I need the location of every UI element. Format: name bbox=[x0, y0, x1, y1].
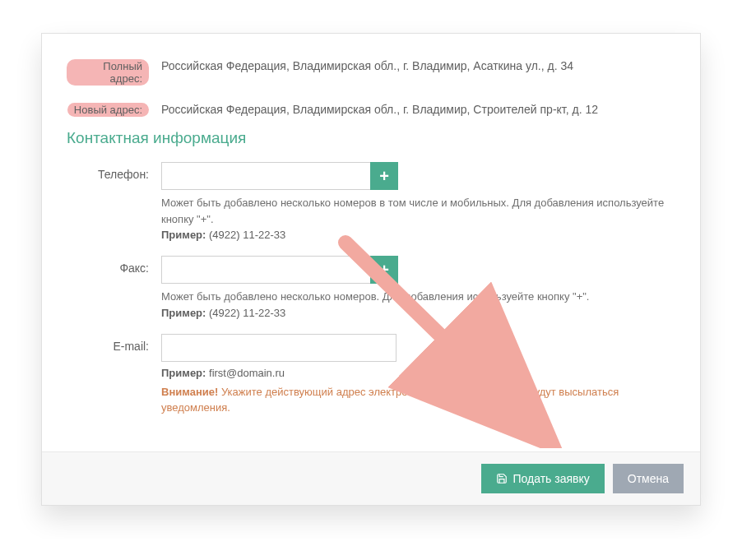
save-icon bbox=[496, 473, 508, 484]
contact-section-title: Контактная информация bbox=[67, 129, 675, 147]
new-address-value: Российская Федерация, Владимирская обл.,… bbox=[161, 98, 675, 117]
new-address-label: Новый адрес: bbox=[67, 103, 149, 117]
fax-example: Пример: (4922) 11-22-33 bbox=[161, 307, 675, 319]
fax-input-line: + bbox=[161, 256, 675, 284]
email-warn-label: Внимание! bbox=[161, 386, 218, 398]
email-area: Пример: first@domain.ru Внимание! Укажит… bbox=[161, 334, 675, 416]
phone-example-value: (4922) 11-22-33 bbox=[209, 229, 285, 241]
submit-button-label: Подать заявку bbox=[512, 472, 589, 485]
form-panel: Полный адрес: Российская Федерация, Влад… bbox=[41, 33, 701, 506]
fax-help: Может быть добавлено несколько номеров. … bbox=[161, 289, 675, 305]
email-example-label: Пример: bbox=[161, 367, 206, 379]
full-address-label: Полный адрес: bbox=[67, 59, 149, 86]
phone-area: + Может быть добавлено несколько номеров… bbox=[161, 162, 675, 241]
full-address-label-col: Полный адрес: bbox=[67, 54, 161, 86]
phone-input[interactable] bbox=[161, 162, 371, 190]
new-address-label-col: Новый адрес: bbox=[67, 98, 161, 117]
email-example-value: first@domain.ru bbox=[209, 367, 285, 379]
plus-icon: + bbox=[379, 261, 389, 278]
email-row: E-mail: Пример: first@domain.ru Внимание… bbox=[67, 334, 675, 416]
email-label: E-mail: bbox=[67, 334, 161, 416]
email-input[interactable] bbox=[161, 334, 397, 362]
submit-button[interactable]: Подать заявку bbox=[481, 464, 604, 493]
fax-row: Факс: + Может быть добавлено несколько н… bbox=[67, 256, 675, 319]
phone-add-button[interactable]: + bbox=[370, 162, 398, 190]
phone-example: Пример: (4922) 11-22-33 bbox=[161, 229, 675, 241]
form-content: Полный адрес: Российская Федерация, Влад… bbox=[42, 34, 700, 451]
email-warning: Внимание! Укажите действующий адрес элек… bbox=[161, 384, 675, 416]
cancel-button-label: Отмена bbox=[628, 472, 669, 485]
fax-input[interactable] bbox=[161, 256, 371, 284]
email-input-line bbox=[161, 334, 675, 362]
new-address-row: Новый адрес: Российская Федерация, Влади… bbox=[67, 98, 675, 117]
phone-label: Телефон: bbox=[67, 162, 161, 241]
fax-example-value: (4922) 11-22-33 bbox=[209, 307, 285, 319]
phone-example-label: Пример: bbox=[161, 229, 206, 241]
full-address-value: Российская Федерация, Владимирская обл.,… bbox=[161, 54, 675, 86]
fax-add-button[interactable]: + bbox=[370, 256, 398, 284]
cancel-button[interactable]: Отмена bbox=[613, 464, 684, 493]
fax-example-label: Пример: bbox=[161, 307, 206, 319]
phone-help: Может быть добавлено несколько номеров в… bbox=[161, 195, 675, 227]
form-footer: Подать заявку Отмена bbox=[42, 451, 700, 505]
full-address-row: Полный адрес: Российская Федерация, Влад… bbox=[67, 54, 675, 86]
email-warn-text: Укажите действующий адрес электронной по… bbox=[161, 386, 619, 414]
phone-row: Телефон: + Может быть добавлено нескольк… bbox=[67, 162, 675, 241]
fax-area: + Может быть добавлено несколько номеров… bbox=[161, 256, 675, 319]
plus-icon: + bbox=[379, 168, 389, 184]
email-example: Пример: first@domain.ru bbox=[161, 367, 675, 379]
phone-input-line: + bbox=[161, 162, 675, 190]
fax-label: Факс: bbox=[67, 256, 161, 319]
